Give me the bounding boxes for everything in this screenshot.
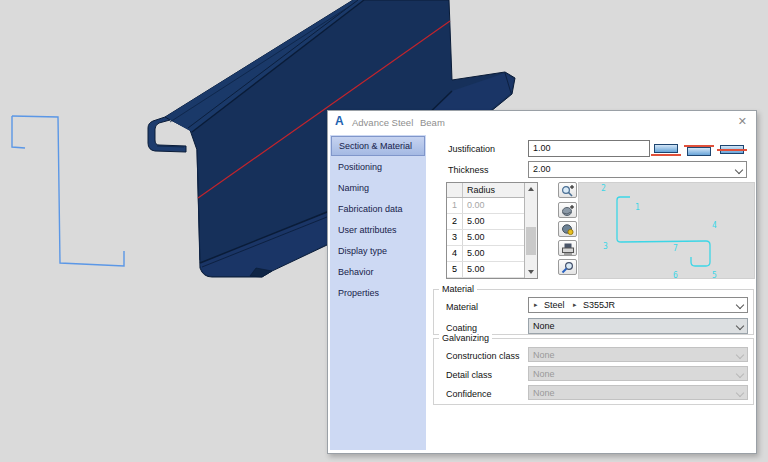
close-icon[interactable]: ✕ [738, 115, 747, 128]
section-profile [579, 183, 754, 278]
preview-point-label: 7 [673, 244, 678, 253]
zoom-window-icon [561, 261, 575, 274]
sidebar-item-display-type[interactable]: Display type [331, 241, 425, 261]
breadcrumb-arrow-icon: ▸ [573, 298, 577, 312]
detail-class-dropdown[interactable]: None [528, 366, 748, 381]
scrollbar-thumb[interactable] [526, 227, 536, 255]
preview-point-label: 5 [712, 271, 717, 279]
section-preview: 2 1 4 3 7 6 5 [578, 182, 755, 279]
dialog-titlebar[interactable]: A Advance Steel Beam ✕ [328, 111, 756, 133]
coating-label: Coating [446, 323, 477, 333]
breadcrumb-arrow-icon: ▸ [534, 298, 538, 312]
detail-class-value: None [533, 369, 555, 379]
sketch-polyline[interactable] [12, 116, 124, 266]
render-mode-icon [561, 223, 575, 236]
table-scrollbar[interactable] [524, 183, 537, 278]
justify-bottom-button[interactable] [684, 141, 714, 160]
justification-label: Justification [448, 144, 495, 154]
material-label: Material [446, 302, 478, 312]
thickness-dropdown[interactable]: 2.00 [528, 161, 747, 178]
material-dropdown[interactable]: ▸ Steel ▸ S355JR [528, 297, 748, 313]
justify-top-button[interactable] [651, 141, 681, 160]
confidence-value: None [533, 388, 555, 398]
orbit-add-button[interactable] [558, 202, 577, 218]
preview-point-label: 1 [635, 203, 640, 212]
chevron-down-icon [735, 166, 743, 174]
sidebar-item-naming[interactable]: Naming [331, 178, 425, 198]
sidebar-item-behavior[interactable]: Behavior [331, 262, 425, 282]
preview-point-label: 4 [712, 221, 717, 230]
galvanizing-group-title: Galvanizing [439, 333, 492, 343]
dialog-title-doc: Beam [420, 117, 445, 128]
justify-middle-button[interactable] [717, 141, 747, 160]
dialog-title-app: Advance Steel [352, 117, 413, 128]
construction-class-value: None [533, 350, 555, 360]
row-number-header [447, 183, 463, 197]
material-value-level2: S355JR [583, 300, 615, 310]
material-value-level1: Steel [544, 300, 565, 310]
render-mode-button[interactable] [558, 221, 577, 237]
confidence-dropdown[interactable]: None [528, 385, 748, 400]
construction-class-label: Construction class [446, 351, 520, 361]
radius-column-header: Radius [463, 183, 530, 197]
justify-top-icon [654, 144, 678, 153]
zoom-window-button[interactable] [558, 259, 577, 275]
chevron-down-icon [736, 370, 744, 378]
print-button[interactable] [558, 240, 577, 256]
sidebar-item-positioning[interactable]: Positioning [331, 157, 425, 177]
detail-class-label: Detail class [446, 370, 492, 380]
thickness-label: Thickness [448, 165, 489, 175]
coating-dropdown[interactable]: None [528, 318, 748, 334]
coating-value: None [533, 321, 555, 331]
advance-steel-logo-icon: A [335, 115, 347, 127]
sidebar-item-section-material[interactable]: Section & Material [331, 136, 425, 156]
print-icon [561, 242, 575, 255]
construction-class-dropdown[interactable]: None [528, 347, 748, 362]
sidebar-item-fabrication-data[interactable]: Fabrication data [331, 199, 425, 219]
preview-point-label: 6 [673, 271, 678, 279]
scroll-down-icon[interactable] [525, 266, 537, 278]
sidebar-item-user-attributes[interactable]: User attributes [331, 220, 425, 240]
radius-table: Radius 1 0.00 2 5.00 3 5.00 4 5.00 5 5.0… [446, 182, 538, 279]
chevron-down-icon [736, 322, 744, 330]
chevron-down-icon [736, 351, 744, 359]
sidebar-item-properties[interactable]: Properties [331, 283, 425, 303]
confidence-label: Confidence [446, 389, 492, 399]
chevron-down-icon [736, 301, 744, 309]
justify-bottom-icon [687, 147, 711, 156]
zoom-in-icon [561, 184, 575, 197]
preview-point-label: 3 [603, 242, 608, 251]
preview-point-label: 2 [601, 184, 606, 193]
chevron-down-icon [736, 389, 744, 397]
dialog-sidebar: Section & Material Positioning Naming Fa… [330, 135, 426, 450]
zoom-in-button[interactable] [558, 182, 577, 198]
justification-input[interactable]: 1.00 [528, 140, 650, 157]
orbit-add-icon [561, 204, 575, 217]
scroll-up-icon[interactable] [525, 183, 537, 195]
beam-properties-dialog: A Advance Steel Beam ✕ Section & Materia… [327, 110, 757, 454]
material-group-title: Material [439, 284, 477, 294]
thickness-value: 2.00 [533, 164, 551, 174]
